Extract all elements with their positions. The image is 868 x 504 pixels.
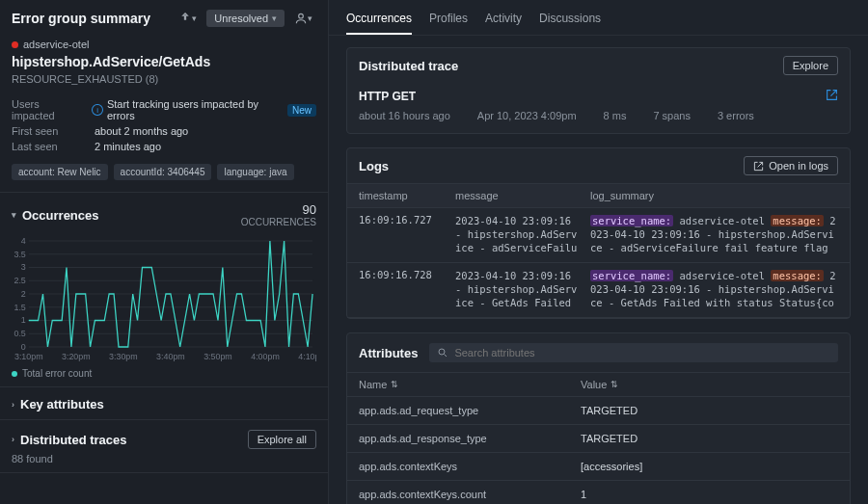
svg-point-0 xyxy=(299,13,304,18)
first-seen-row: First seen about 2 months ago xyxy=(12,125,316,137)
log-row[interactable]: 16:09:16.7272023-04-10 23:09:16 - hipste… xyxy=(347,208,850,263)
users-impacted-row: Users impacted i Start tracking users im… xyxy=(12,98,316,121)
tag[interactable]: language: java xyxy=(217,164,293,180)
search-input[interactable] xyxy=(454,347,830,358)
attribute-value: TARGETED xyxy=(581,433,838,444)
occurrences-header[interactable]: ▾Occurrences 90 OCCURRENCES xyxy=(12,202,316,227)
svg-text:4:00pm: 4:00pm xyxy=(251,352,280,361)
svg-text:1.5: 1.5 xyxy=(14,303,25,312)
status-dot-icon xyxy=(12,41,18,48)
sort-icon: ⇅ xyxy=(391,380,398,389)
traces-count: 88 found xyxy=(12,453,316,464)
attributes-panel: Attributes Name⇅ Value⇅ app.ads.ad_reque… xyxy=(346,332,851,504)
svg-text:1: 1 xyxy=(21,315,26,325)
tabs: OccurrencesProfilesActivityDiscussions xyxy=(329,0,868,36)
attribute-value: [accessories] xyxy=(581,461,838,472)
svg-text:3:40pm: 3:40pm xyxy=(156,352,185,361)
tag[interactable]: account: Rew Nelic xyxy=(12,164,108,180)
tab-discussions[interactable]: Discussions xyxy=(539,8,601,35)
tab-occurrences[interactable]: Occurrences xyxy=(346,8,412,35)
attributes-search[interactable] xyxy=(429,343,838,362)
attribute-name: app.ads.contextKeys xyxy=(359,461,581,472)
assignee-icon[interactable]: ▾ xyxy=(290,8,316,29)
chevron-right-icon: › xyxy=(12,435,14,444)
chevron-down-icon: ▾ xyxy=(12,210,16,220)
trace-meta-item: about 16 hours ago xyxy=(359,110,450,121)
log-summary: service_name: adservice-otel message: 20… xyxy=(590,214,838,256)
attribute-row[interactable]: app.ads.contextKeys[accessories] xyxy=(347,453,850,481)
log-message: 2023-04-10 23:09:16 - hipstershop.AdServ… xyxy=(455,214,581,256)
info-icon[interactable]: i xyxy=(92,104,103,116)
sidebar-title: Error group summary xyxy=(12,11,150,26)
trace-meta-item: 8 ms xyxy=(604,110,627,121)
trace-panel: Distributed trace Explore HTTP GET about… xyxy=(346,47,851,134)
key-attributes-section[interactable]: ›Key attributes xyxy=(0,387,328,420)
svg-text:4: 4 xyxy=(21,237,26,246)
trace-meta-item: Apr 10, 2023 4:09pm xyxy=(477,110,577,121)
external-link-icon[interactable] xyxy=(826,89,838,104)
occurrences-chart: 00.511.522.533.543:10pm3:20pm3:30pm3:40p… xyxy=(12,237,316,362)
tab-activity[interactable]: Activity xyxy=(485,8,522,35)
svg-text:3:50pm: 3:50pm xyxy=(203,352,232,361)
attributes-header-row[interactable]: Name⇅ Value⇅ xyxy=(347,372,850,397)
chevron-right-icon: › xyxy=(12,400,14,410)
entity-label[interactable]: adservice-otel xyxy=(12,39,316,50)
attribute-row[interactable]: app.ads.ad_request_typeTARGETED xyxy=(347,397,850,425)
tag-list: account: Rew NelicaccountId: 3406445lang… xyxy=(12,164,316,180)
sidebar-header: Error group summary ▾ Unresolved ▾ ▾ ads… xyxy=(0,0,328,193)
attribute-name: app.ads.ad_request_type xyxy=(359,405,581,416)
share-icon[interactable]: ▾ xyxy=(175,8,201,29)
new-badge: New xyxy=(287,104,316,117)
occurrences-count: 90 xyxy=(241,202,316,217)
explore-all-button[interactable]: Explore all xyxy=(248,430,316,449)
error-title: hipstershop.AdService/GetAds xyxy=(12,54,316,69)
attribute-value: TARGETED xyxy=(581,405,838,416)
attribute-name: app.ads.contextKeys.count xyxy=(359,489,581,500)
trace-panel-title: Distributed trace xyxy=(359,59,458,73)
attribute-row[interactable]: app.ads.ad_response_typeTARGETED xyxy=(347,425,850,453)
log-timestamp: 16:09:16.727 xyxy=(359,214,446,256)
log-summary: service_name: adservice-otel message: 20… xyxy=(590,269,838,311)
tag[interactable]: accountId: 3406445 xyxy=(114,164,212,180)
status-dropdown[interactable]: Unresolved ▾ xyxy=(206,10,285,27)
svg-text:3:30pm: 3:30pm xyxy=(109,352,138,361)
trace-meta-item: 3 errors xyxy=(718,110,754,121)
svg-text:2: 2 xyxy=(21,289,26,299)
svg-text:3:10pm: 3:10pm xyxy=(14,352,43,361)
log-row[interactable]: 16:09:16.7282023-04-10 23:09:16 - hipste… xyxy=(347,263,850,318)
open-in-logs-button[interactable]: Open in logs xyxy=(744,156,838,175)
trace-meta-item: 7 spans xyxy=(653,110,691,121)
chart-legend: Total error count xyxy=(12,368,316,379)
logs-title: Logs xyxy=(359,159,389,173)
last-seen-row: Last seen 2 minutes ago xyxy=(12,141,316,152)
distributed-traces-section: ›Distributed traces Explore all 88 found xyxy=(0,420,328,473)
attributes-title: Attributes xyxy=(359,346,418,360)
external-link-icon xyxy=(753,161,764,172)
trace-meta: about 16 hours agoApr 10, 2023 4:09pm8 m… xyxy=(359,110,838,121)
sort-icon: ⇅ xyxy=(610,380,618,389)
attribute-name: app.ads.ad_response_type xyxy=(359,433,581,444)
logs-header-row: timestamp message log_summary xyxy=(347,183,850,208)
svg-text:0.5: 0.5 xyxy=(14,329,25,338)
logs-panel: Logs Open in logs timestamp message log_… xyxy=(346,147,851,319)
svg-point-26 xyxy=(439,349,445,355)
sidebar: Error group summary ▾ Unresolved ▾ ▾ ads… xyxy=(0,0,329,504)
error-subtitle: RESOURCE_EXHAUSTED (8) xyxy=(12,73,316,85)
attribute-row[interactable]: app.ads.contextKeys.count1 xyxy=(347,481,850,504)
svg-text:2.5: 2.5 xyxy=(14,276,25,285)
explore-button[interactable]: Explore xyxy=(783,56,838,75)
main-panel: OccurrencesProfilesActivityDiscussions D… xyxy=(329,0,868,504)
svg-text:0: 0 xyxy=(21,342,26,352)
svg-text:4:10pm: 4:10pm xyxy=(298,352,316,361)
svg-text:3.5: 3.5 xyxy=(14,250,25,259)
tab-profiles[interactable]: Profiles xyxy=(429,8,468,35)
occurrences-section: ▾Occurrences 90 OCCURRENCES 00.511.522.5… xyxy=(0,193,328,387)
svg-text:3:20pm: 3:20pm xyxy=(62,352,91,361)
search-icon xyxy=(437,347,448,358)
attribute-value: 1 xyxy=(581,489,838,500)
trace-method: HTTP GET xyxy=(359,90,416,103)
log-message: 2023-04-10 23:09:16 - hipstershop.AdServ… xyxy=(455,269,581,311)
svg-text:3: 3 xyxy=(21,262,26,272)
log-timestamp: 16:09:16.728 xyxy=(359,269,446,311)
